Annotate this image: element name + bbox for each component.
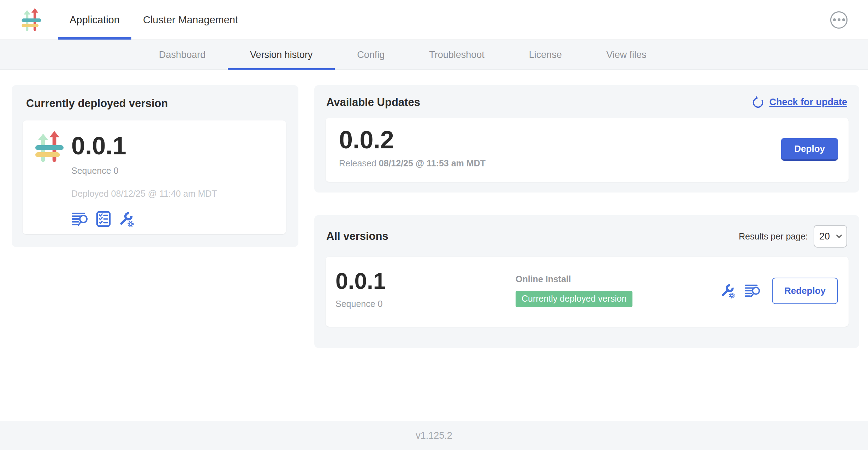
subnav-tab-dashboard[interactable]: Dashboard bbox=[137, 40, 228, 70]
subnav-tab-troubleshoot[interactable]: Troubleshoot bbox=[407, 40, 507, 70]
deployed-timestamp: Deployed 08/12/25 @ 11:40 am MDT bbox=[71, 189, 217, 199]
currently-deployed-title: Currently deployed version bbox=[26, 97, 286, 110]
top-navbar: Application Cluster Management bbox=[0, 0, 868, 40]
app-logo-icon bbox=[32, 131, 66, 163]
logs-magnifier-icon bbox=[744, 283, 761, 298]
deployed-version-info: 0.0.1 Sequence 0 Deployed 08/12/25 @ 11:… bbox=[71, 130, 217, 227]
deployed-version-number: 0.0.1 bbox=[71, 136, 217, 156]
available-updates-header: Available Updates Check for update bbox=[326, 96, 847, 109]
redeploy-button[interactable]: Redeploy bbox=[772, 278, 838, 304]
left-column: Currently deployed version 0.0.1 Sequenc… bbox=[12, 85, 298, 421]
deployed-version-card: 0.0.1 Sequence 0 Deployed 08/12/25 @ 11:… bbox=[23, 120, 286, 234]
wrench-gear-icon bbox=[720, 283, 735, 298]
tab-cluster-management-label: Cluster Management bbox=[143, 14, 238, 26]
all-versions-header: All versions Results per page: 20 bbox=[326, 225, 847, 248]
chevron-down-icon bbox=[836, 234, 842, 238]
subnav-tab-config[interactable]: Config bbox=[335, 40, 407, 70]
ellipsis-icon bbox=[833, 18, 836, 21]
available-updates-title: Available Updates bbox=[326, 96, 420, 109]
install-type-label: Online Install bbox=[516, 274, 720, 284]
view-logs-button[interactable] bbox=[71, 211, 89, 227]
edit-config-button[interactable] bbox=[118, 211, 134, 227]
checklist-icon bbox=[96, 211, 111, 227]
view-logs-button[interactable] bbox=[744, 283, 761, 298]
version-sequence: Sequence 0 bbox=[335, 299, 516, 309]
refresh-icon bbox=[751, 96, 765, 109]
update-row: 0.0.2 Released 08/12/25 @ 11:53 am MDT D… bbox=[326, 118, 849, 182]
all-versions-title: All versions bbox=[326, 230, 388, 243]
tab-cluster-management[interactable]: Cluster Management bbox=[131, 0, 250, 40]
results-per-page-label: Results per page: bbox=[739, 231, 808, 242]
tab-application[interactable]: Application bbox=[58, 0, 131, 40]
wrench-gear-icon bbox=[118, 211, 134, 227]
version-row-actions: Redeploy bbox=[720, 278, 839, 304]
overflow-menu-button[interactable] bbox=[830, 11, 848, 29]
version-row: 0.0.1 Sequence 0 Online Install Currentl… bbox=[326, 257, 849, 327]
subnav-tab-license[interactable]: License bbox=[507, 40, 584, 70]
app-subnav: Dashboard Version history Config Trouble… bbox=[0, 40, 868, 70]
results-per-page: Results per page: 20 bbox=[739, 225, 847, 248]
update-released-timestamp: Released 08/12/25 @ 11:53 am MDT bbox=[339, 158, 486, 168]
topnav-tabs: Application Cluster Management bbox=[58, 0, 250, 40]
check-for-update-link[interactable]: Check for update bbox=[751, 96, 847, 109]
edit-config-button[interactable] bbox=[720, 283, 735, 298]
version-row-status: Online Install Currently deployed versio… bbox=[516, 274, 720, 307]
console-version: v1.125.2 bbox=[416, 430, 452, 441]
app-logo-icon bbox=[20, 7, 43, 32]
logs-magnifier-icon bbox=[71, 211, 89, 227]
preflight-checks-button[interactable] bbox=[96, 211, 111, 227]
version-history-page: Currently deployed version 0.0.1 Sequenc… bbox=[0, 70, 868, 421]
currently-deployed-panel: Currently deployed version 0.0.1 Sequenc… bbox=[12, 85, 298, 247]
page-footer: v1.125.2 bbox=[0, 421, 868, 450]
deploy-button[interactable]: Deploy bbox=[781, 138, 838, 161]
update-version-number: 0.0.2 bbox=[339, 130, 486, 150]
update-info: 0.0.2 Released 08/12/25 @ 11:53 am MDT bbox=[339, 130, 486, 168]
tab-application-label: Application bbox=[70, 14, 120, 26]
deployed-actions bbox=[71, 211, 217, 227]
subnav-tab-version-history[interactable]: Version history bbox=[228, 40, 335, 70]
subnav-tab-view-files[interactable]: View files bbox=[584, 40, 669, 70]
available-updates-panel: Available Updates Check for update 0.0.2… bbox=[314, 85, 859, 193]
right-column: Available Updates Check for update 0.0.2… bbox=[314, 85, 859, 421]
results-per-page-select[interactable]: 20 bbox=[814, 225, 847, 248]
version-number: 0.0.1 bbox=[335, 272, 516, 290]
version-row-info: 0.0.1 Sequence 0 bbox=[335, 272, 516, 309]
currently-deployed-badge: Currently deployed version bbox=[516, 291, 632, 307]
all-versions-panel: All versions Results per page: 20 0.0.1 … bbox=[314, 215, 859, 348]
deployed-sequence: Sequence 0 bbox=[71, 166, 217, 176]
